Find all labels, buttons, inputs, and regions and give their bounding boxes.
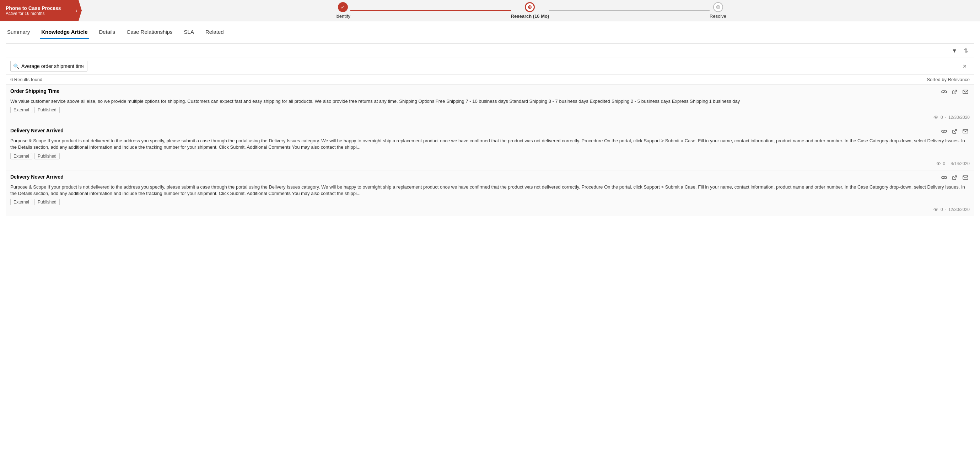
ka-item-2-eye-icon: 👁 <box>936 161 941 166</box>
search-icon: 🔍 <box>13 63 19 69</box>
process-bar: Phone to Case Process Active for 16 mont… <box>0 0 980 21</box>
svg-rect-3 <box>963 90 968 94</box>
svg-rect-4 <box>963 129 968 133</box>
steps-wrapper: ✓ Identify Research (16 Mo) Resolve <box>336 2 726 19</box>
ka-item-3: Delivery Never Arrived Purpose & Scope I… <box>6 170 974 216</box>
process-collapse-button[interactable]: ‹ <box>71 0 82 21</box>
ka-item-1-email-button[interactable] <box>961 88 970 97</box>
ka-item-1-eye-icon: 👁 <box>934 115 939 120</box>
ka-item-1-tags: External Published <box>10 107 970 113</box>
step-resolve-label: Resolve <box>710 13 726 19</box>
ka-item-2-link-button[interactable] <box>940 128 948 136</box>
ka-item-2-header: Delivery Never Arrived <box>10 128 970 136</box>
ka-item-1-tag-external: External <box>10 107 32 113</box>
step-spacer-1 <box>350 10 511 11</box>
ka-item-2-footer: 👁 0 · 4/14/2020 <box>10 161 970 166</box>
ka-item-3-footer: 👁 0 · 12/30/2020 <box>10 207 970 213</box>
tab-summary[interactable]: Summary <box>6 26 31 39</box>
process-title-main: Phone to Case Process <box>6 5 65 11</box>
search-input[interactable] <box>10 61 88 72</box>
ka-item-3-title: Delivery Never Arrived <box>10 174 64 180</box>
ka-item-2-body: Purpose & Scope If your product is not d… <box>10 138 970 150</box>
tab-sla[interactable]: SLA <box>183 26 196 39</box>
ka-item-2: Delivery Never Arrived Purpose & Scope I… <box>6 124 974 170</box>
ka-search-row: 🔍 ✕ <box>6 58 974 75</box>
ka-item-1-body: We value customer service above all else… <box>10 98 970 105</box>
svg-point-2 <box>716 5 720 9</box>
ka-item-1-actions <box>940 88 970 97</box>
ka-item-3-views: 0 <box>940 207 943 212</box>
ka-item-3-actions <box>940 174 970 182</box>
ka-item-3-header: Delivery Never Arrived <box>10 174 970 182</box>
process-steps: ✓ Identify Research (16 Mo) Resolve <box>82 2 980 19</box>
main-content: ▼ ⇅ 🔍 ✕ 6 Results found Sorted by Releva… <box>0 39 980 221</box>
ka-item-1-link-button[interactable] <box>940 88 948 97</box>
ka-item-3-link-button[interactable] <box>940 174 948 182</box>
ka-item-1-footer: 👁 0 · 12/30/2020 <box>10 115 970 120</box>
step-identify-circle: ✓ <box>338 2 348 12</box>
ka-item-3-eye-icon: 👁 <box>934 207 939 213</box>
ka-item-2-email-button[interactable] <box>961 128 970 136</box>
tab-case-relationships[interactable]: Case Relationships <box>125 26 174 39</box>
ka-item-1-header: Order Shipping Time <box>10 88 970 97</box>
ka-item-1-dot: · <box>945 115 946 120</box>
step-research-circle <box>525 2 535 12</box>
ka-item-1-title: Order Shipping Time <box>10 88 59 94</box>
ka-item-3-tag-external: External <box>10 199 32 205</box>
step-research-label: Research (16 Mo) <box>511 13 549 19</box>
ka-item-2-tag-published: Published <box>35 153 60 160</box>
ka-item-1-tag-published: Published <box>35 107 60 113</box>
ka-item-2-date: 4/14/2020 <box>951 161 970 166</box>
ka-item-2-tag-external: External <box>10 153 32 160</box>
ka-results-header: 6 Results found Sorted by Relevance <box>6 75 974 84</box>
knowledge-article-panel: ▼ ⇅ 🔍 ✕ 6 Results found Sorted by Releva… <box>6 43 974 216</box>
search-clear-icon[interactable]: ✕ <box>963 63 967 69</box>
ka-item-2-dot: · <box>947 161 948 166</box>
sorted-by: Sorted by Relevance <box>927 77 970 82</box>
ka-item-3-body: Purpose & Scope If your product is not d… <box>10 184 970 197</box>
ka-item-3-share-button[interactable] <box>950 174 959 182</box>
tab-details[interactable]: Details <box>98 26 117 39</box>
step-resolve[interactable]: Resolve <box>710 2 726 19</box>
process-subtitle: Active for 16 months <box>6 11 65 16</box>
step-research[interactable]: Research (16 Mo) <box>511 2 549 19</box>
svg-point-1 <box>529 6 530 8</box>
step-identify-label: Identify <box>336 13 350 19</box>
svg-rect-5 <box>963 176 968 179</box>
ka-item-3-email-button[interactable] <box>961 174 970 182</box>
ka-item-3-tags: External Published <box>10 199 970 205</box>
step-spacer-2 <box>549 10 710 11</box>
results-count: 6 Results found <box>10 77 42 82</box>
ka-item-3-date: 12/30/2020 <box>948 207 970 212</box>
filter-button[interactable]: ▼ <box>950 47 959 55</box>
tab-knowledge-article[interactable]: Knowledge Article <box>40 26 89 39</box>
ka-item-2-title: Delivery Never Arrived <box>10 128 64 133</box>
step-resolve-circle <box>713 2 723 12</box>
ka-toolbar: ▼ ⇅ <box>6 44 974 58</box>
ka-item-2-tags: External Published <box>10 153 970 160</box>
ka-item-1: Order Shipping Time We value customer se… <box>6 84 974 124</box>
ka-item-1-views: 0 <box>940 115 943 120</box>
step-identify[interactable]: ✓ Identify <box>336 2 350 19</box>
nav-tabs: Summary Knowledge Article Details Case R… <box>0 21 980 39</box>
ka-item-3-dot: · <box>945 207 946 212</box>
ka-item-2-share-button[interactable] <box>950 128 959 136</box>
process-title: Phone to Case Process Active for 16 mont… <box>0 0 71 21</box>
ka-item-2-actions <box>940 128 970 136</box>
sort-button[interactable]: ⇅ <box>962 46 970 55</box>
ka-item-2-views: 0 <box>943 161 945 166</box>
ka-item-3-tag-published: Published <box>35 199 60 205</box>
ka-search-wrapper: 🔍 ✕ <box>10 61 970 72</box>
tab-related[interactable]: Related <box>204 26 225 39</box>
ka-item-1-date: 12/30/2020 <box>948 115 970 120</box>
ka-item-1-share-button[interactable] <box>950 88 959 97</box>
